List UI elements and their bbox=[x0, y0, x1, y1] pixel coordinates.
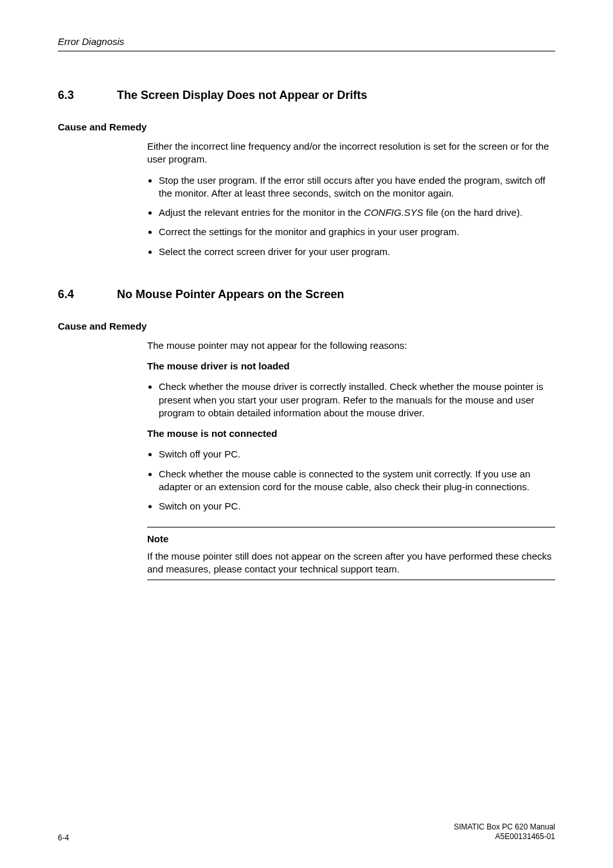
section-6-3-heading: 6.3 The Screen Display Does not Appear o… bbox=[58, 89, 555, 102]
sec64-bullets-1: Check whether the mouse driver is correc… bbox=[147, 380, 555, 420]
sec63-b2-text-a: Adjust the relevant entries for the moni… bbox=[159, 207, 364, 218]
sec64-sub1: The mouse driver is not loaded bbox=[147, 360, 555, 373]
note-block: Note If the mouse pointer still does not… bbox=[147, 527, 555, 580]
section-6-4-number: 6.4 bbox=[58, 288, 94, 301]
sec64-bullet-3: Check whether the mouse cable is connect… bbox=[159, 468, 555, 494]
sec63-bullets: Stop the user program. If the error stil… bbox=[147, 174, 555, 258]
sec64-bullet-2: Switch off your PC. bbox=[159, 448, 555, 461]
note-label: Note bbox=[147, 533, 555, 545]
sec64-bullets-2: Switch off your PC. Check whether the mo… bbox=[147, 448, 555, 513]
sec63-bullet-4: Select the correct screen driver for you… bbox=[159, 245, 555, 258]
sec64-bullet-4: Switch on your PC. bbox=[159, 500, 555, 513]
sec63-bullet-3: Correct the settings for the monitor and… bbox=[159, 226, 555, 238]
section-6-3-title: The Screen Display Does not Appear or Dr… bbox=[117, 89, 367, 102]
sec64-bullet-1: Check whether the mouse driver is correc… bbox=[159, 380, 555, 420]
running-header: Error Diagnosis bbox=[58, 36, 555, 51]
cause-and-remedy-6-3: Cause and Remedy bbox=[58, 121, 555, 132]
cause-and-remedy-6-4: Cause and Remedy bbox=[58, 321, 555, 332]
section-6-3-number: 6.3 bbox=[58, 89, 94, 102]
sec63-bullet-2: Adjust the relevant entries for the moni… bbox=[159, 206, 555, 219]
sec63-intro: Either the incorrect line frequency and/… bbox=[147, 140, 555, 166]
sec64-intro: The mouse pointer may not appear for the… bbox=[147, 339, 555, 352]
sec64-sub2: The mouse is not connected bbox=[147, 427, 555, 440]
note-body: If the mouse pointer still does not appe… bbox=[147, 550, 555, 581]
page-footer: 6-4 SIMATIC Box PC 620 Manual A5E0013146… bbox=[58, 822, 555, 842]
footer-page-number: 6-4 bbox=[58, 833, 69, 842]
section-6-4-title: No Mouse Pointer Appears on the Screen bbox=[117, 288, 344, 301]
sec63-bullet-1: Stop the user program. If the error stil… bbox=[159, 174, 555, 200]
sec63-b2-text-b: file (on the hard drive). bbox=[423, 207, 522, 218]
footer-doc-id: A5E00131465-01 bbox=[454, 832, 555, 842]
sec63-b2-filename: CONFIG.SYS bbox=[364, 207, 423, 218]
section-6-4-heading: 6.4 No Mouse Pointer Appears on the Scre… bbox=[58, 288, 555, 301]
footer-manual-title: SIMATIC Box PC 620 Manual bbox=[454, 822, 555, 833]
